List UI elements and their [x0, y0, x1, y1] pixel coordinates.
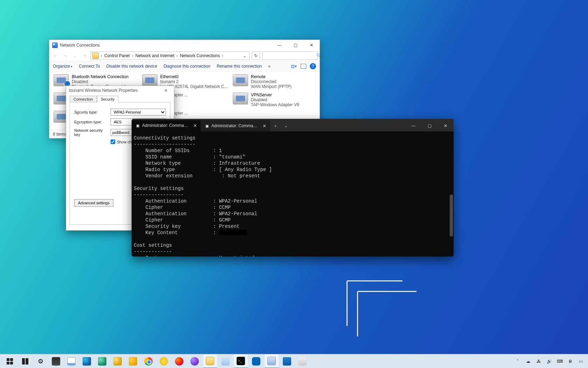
explorer-button[interactable]: [203, 354, 217, 368]
search-icon[interactable]: 🔍: [316, 53, 322, 58]
ime-tray-icon[interactable]: ⌨: [556, 358, 563, 364]
notepad-button[interactable]: [64, 354, 78, 368]
tab-dropdown-button[interactable]: ⌄: [281, 120, 291, 131]
titlebar[interactable]: Network Connections — ▢ ✕: [49, 40, 320, 50]
task-view-button[interactable]: [18, 354, 32, 368]
taskbar: ⚙ ˄ ☁ 🖧 🔊 ⌨ 🖥 ▭: [0, 354, 588, 368]
show-characters-checkbox[interactable]: [111, 139, 115, 144]
terminal-output[interactable]: Connectivity settings ------------------…: [132, 131, 454, 257]
adapter-icon: [233, 74, 248, 86]
firefox-nightly-button[interactable]: [188, 354, 202, 368]
window-icon: [52, 42, 58, 48]
diagnose-button[interactable]: Diagnose this connection: [163, 64, 210, 69]
tab-connection[interactable]: Connection: [70, 96, 97, 102]
adapter-name: VPNServer: [251, 93, 299, 97]
close-tab-icon[interactable]: ✕: [192, 123, 198, 128]
chrome-canary-button[interactable]: [157, 354, 171, 368]
adapter-status: Disconnected: [251, 79, 292, 84]
back-button[interactable]: ←: [51, 52, 59, 60]
encryption-type-label: Encryption type:: [74, 120, 108, 124]
tray-overflow-icon[interactable]: ˄: [514, 358, 521, 364]
tab-security[interactable]: Security: [97, 96, 119, 102]
search-box[interactable]: 🔍: [262, 52, 317, 60]
adapter-device: WAN Miniport (PPTP): [251, 84, 292, 89]
chevron-right-icon: ›: [131, 53, 134, 58]
volume-tray-icon[interactable]: 🔊: [546, 358, 552, 364]
adapter-icon: [54, 74, 69, 86]
close-button[interactable]: ✕: [438, 120, 454, 131]
minimize-button[interactable]: —: [405, 120, 421, 131]
dialog-titlebar[interactable]: tsunami Wireless Network Properties ✕: [66, 86, 174, 95]
help-icon[interactable]: ?: [310, 63, 316, 69]
adapter-icon: [142, 74, 158, 86]
address-bar: ← → ⌄ ↑ › Control Panel › Network and In…: [49, 50, 320, 61]
chrome-button[interactable]: [141, 354, 155, 368]
edge-beta-button[interactable]: [95, 354, 109, 368]
adapter-item[interactable]: VPNServer Disabled TAP-Windows Adapter V…: [232, 92, 316, 108]
command-bar: Organize Connect To Disable this network…: [49, 61, 320, 71]
organize-button[interactable]: Organize: [53, 64, 72, 69]
crumb-network-internet[interactable]: Network and Internet: [135, 53, 174, 58]
firefox-button[interactable]: [172, 354, 186, 368]
terminal-button[interactable]: [234, 354, 248, 368]
adapter-status: tsunami 2: [160, 79, 228, 84]
adapter-name: Bluetooth Network Connection: [72, 74, 137, 79]
recent-button[interactable]: ⌄: [71, 52, 79, 60]
search-input[interactable]: [264, 53, 316, 58]
remote-desktop-button[interactable]: [280, 354, 294, 368]
terminal-titlebar[interactable]: ▣ Administrator: Command Prompt ✕ ▣ Admi…: [132, 119, 454, 131]
generic-app-button[interactable]: [295, 354, 309, 368]
close-button[interactable]: ✕: [303, 40, 320, 50]
adapter-item[interactable]: Remote Disconnected WAN Miniport (PPTP): [232, 74, 316, 90]
status-text: 8 items: [53, 132, 66, 137]
mail-button[interactable]: [218, 354, 232, 368]
action-center-icon[interactable]: ▭: [578, 358, 584, 364]
start-button[interactable]: [3, 354, 17, 368]
advanced-settings-button[interactable]: Advanced settings: [74, 199, 113, 207]
maximize-button[interactable]: ▢: [421, 120, 438, 131]
maximize-button[interactable]: ▢: [287, 40, 303, 50]
system-tray: ˄ ☁ 🖧 🔊 ⌨ 🖥 ▭: [514, 358, 585, 364]
onedrive-tray-icon[interactable]: ☁: [525, 358, 531, 364]
close-button[interactable]: ✕: [161, 88, 171, 93]
crumb-control-panel[interactable]: Control Panel: [104, 53, 130, 58]
security-type-select[interactable]: WPA2-Personal: [111, 109, 166, 116]
terminal-tab-1[interactable]: ▣ Administrator: Command Prompt ✕: [132, 120, 201, 131]
disable-device-button[interactable]: Disable this network device: [106, 64, 157, 69]
scrollbar-thumb[interactable]: [450, 195, 453, 237]
connect-to-button[interactable]: Connect To: [79, 64, 100, 69]
control-panel-button[interactable]: [265, 354, 279, 368]
terminal-tab-2[interactable]: ▣ Administrator: Command Prompt ✕: [201, 120, 270, 131]
chevron-right-icon: ›: [221, 53, 224, 58]
display-tray-icon[interactable]: 🖥: [567, 358, 573, 364]
new-tab-button[interactable]: ＋: [270, 120, 281, 131]
crumb-network-connections[interactable]: Network Connections: [180, 53, 220, 58]
onedrive-button[interactable]: [249, 354, 263, 368]
tab-strip: Connection Security: [66, 96, 174, 102]
rename-button[interactable]: Rename this connection: [217, 64, 262, 69]
dialog-title: tsunami Wireless Network Properties: [69, 88, 161, 93]
redacted-key: [219, 230, 247, 235]
window-title: Network Connections: [60, 43, 271, 48]
adapter-icon: [233, 93, 248, 104]
forward-button[interactable]: →: [61, 52, 69, 60]
edge-dev-button[interactable]: [111, 354, 125, 368]
close-tab-icon[interactable]: ✕: [262, 123, 267, 129]
preview-pane-icon[interactable]: [301, 64, 306, 69]
terminal-tab-label: Administrator: Command Prompt: [142, 123, 190, 128]
refresh-button[interactable]: ↻: [252, 52, 260, 60]
network-tray-icon[interactable]: 🖧: [536, 358, 542, 364]
network-key-label: Network security key: [74, 128, 108, 137]
overflow-button[interactable]: »: [268, 64, 271, 69]
store-button[interactable]: [49, 354, 63, 368]
gear-icon: ⚙: [36, 357, 45, 366]
adapter-status: Disabled: [72, 79, 137, 84]
up-button[interactable]: ↑: [81, 52, 89, 60]
minimize-button[interactable]: —: [271, 40, 287, 50]
edge-button[interactable]: [80, 354, 94, 368]
edge-canary-button[interactable]: [126, 354, 140, 368]
settings-button[interactable]: ⚙: [34, 354, 48, 368]
crumb-dropdown[interactable]: ⌄: [241, 53, 248, 58]
view-options-icon[interactable]: ▤▾: [290, 63, 297, 70]
breadcrumb[interactable]: › Control Panel › Network and Internet ›…: [91, 52, 250, 60]
